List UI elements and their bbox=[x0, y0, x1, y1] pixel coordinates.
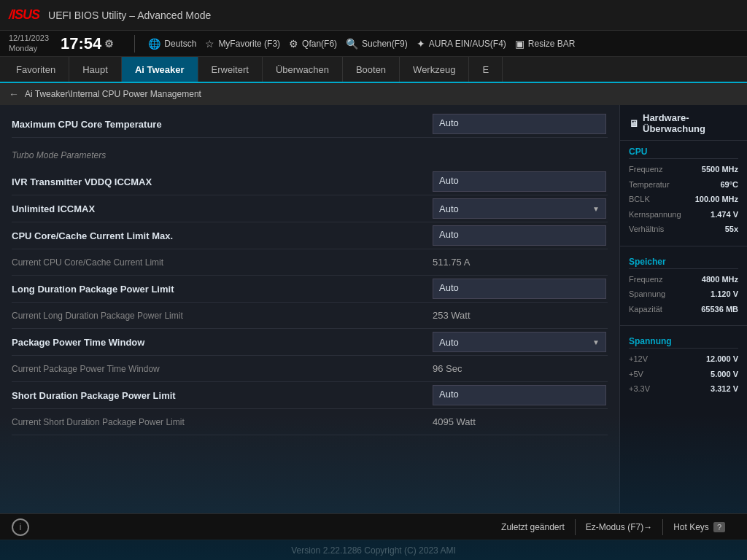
divider-cpu-speicher bbox=[620, 246, 747, 246]
resize-bar-button[interactable]: ▣ Resize BAR bbox=[511, 38, 580, 50]
mem-freq-key: Frequenz bbox=[629, 273, 662, 286]
favorite-icon: ☆ bbox=[205, 38, 214, 50]
cpu-current-limit-input[interactable]: Auto bbox=[433, 225, 606, 246]
cpu-ratio-key: Verhältnis bbox=[629, 223, 664, 236]
back-button[interactable]: ← bbox=[9, 88, 19, 100]
zuletzt-button[interactable]: Zuletzt geändert bbox=[491, 519, 576, 535]
tab-werkzeug[interactable]: Werkzeug bbox=[400, 57, 469, 82]
current-cpu-limit-label: Current CPU Core/Cache Current Limit bbox=[12, 257, 433, 268]
day: Monday bbox=[9, 44, 49, 53]
short-duration-ppl-input[interactable]: Auto bbox=[433, 385, 606, 405]
v12-row: +12V 12.000 V bbox=[629, 353, 738, 365]
resize-icon: ▣ bbox=[515, 38, 525, 50]
unlimited-iccmax-dropdown[interactable]: Auto ▼ bbox=[433, 198, 606, 219]
statusbar: 12/11/2023 Monday 17:54 ⚙ 🌐 Deutsch ☆ My… bbox=[0, 31, 747, 57]
mem-kapazitat-key: Kapazität bbox=[629, 303, 662, 316]
pkg-power-time-value: Auto ▼ bbox=[433, 332, 608, 352]
nav-tabs: Favoriten Haupt Ai Tweaker Erweitert Übe… bbox=[0, 57, 747, 83]
cpu-current-limit-value: Auto bbox=[433, 225, 608, 246]
v12-key: +12V bbox=[629, 353, 648, 365]
time-display: 17:54 ⚙ bbox=[61, 34, 114, 53]
aura-label: AURA EIN/AUS(F4) bbox=[429, 39, 506, 49]
pkg-power-time-dropdown[interactable]: Auto ▼ bbox=[433, 332, 606, 352]
search-button[interactable]: 🔍 Suchen(F9) bbox=[341, 38, 412, 50]
pkg-power-time-selected: Auto bbox=[439, 337, 459, 348]
max-cpu-temp-label: Maximum CPU Core Temperature bbox=[12, 119, 433, 130]
language-selector[interactable]: 🌐 Deutsch bbox=[144, 38, 201, 50]
bios-settings-icon[interactable]: ⚙ bbox=[104, 38, 114, 50]
setting-current-short-duration: Current Short Duration Package Power Lim… bbox=[12, 409, 608, 435]
cpu-bclk-val: 100.00 MHz bbox=[695, 193, 738, 206]
cpu-kern-row: Kernspannung 1.474 V bbox=[629, 209, 738, 221]
setting-unlimited-iccmax: Unlimited ICCMAX Auto ▼ bbox=[12, 195, 608, 222]
chevron-down-icon2: ▼ bbox=[592, 338, 600, 346]
current-long-duration-label: Current Long Duration Package Power Limi… bbox=[12, 311, 433, 321]
setting-current-cpu-limit: Current CPU Core/Cache Current Limit 511… bbox=[12, 249, 608, 276]
mem-freq-row: Frequenz 4800 MHz bbox=[629, 273, 738, 286]
current-pkg-time-label: Current Package Power Time Window bbox=[12, 364, 433, 374]
ivr-vddq-label: IVR Transmitter VDDQ ICCMAX bbox=[12, 176, 433, 187]
aura-icon: ✦ bbox=[417, 38, 425, 50]
date-display: 12/11/2023 Monday bbox=[9, 34, 49, 52]
asus-logo: /ISUS bbox=[9, 7, 39, 23]
v5-key: +5V bbox=[629, 368, 643, 381]
mem-kapazitat-val: 65536 MB bbox=[701, 303, 738, 316]
setting-max-cpu-temp: Maximum CPU Core Temperature Auto bbox=[12, 111, 608, 138]
tab-erweitert[interactable]: Erweitert bbox=[198, 57, 263, 82]
turbo-params-section: Turbo Mode Parameters bbox=[12, 142, 608, 168]
sidebar-title: 🖥 Hardware-Überwachung bbox=[620, 105, 747, 141]
tab-ai-tweaker[interactable]: Ai Tweaker bbox=[122, 57, 198, 82]
v5-row: +5V 5.000 V bbox=[629, 368, 738, 381]
breadcrumb: ← Ai Tweaker\Internal CPU Power Manageme… bbox=[0, 83, 747, 105]
setting-short-duration-ppl: Short Duration Package Power Limit Auto bbox=[12, 382, 608, 409]
tab-extra[interactable]: E bbox=[469, 57, 503, 82]
breadcrumb-path: Ai Tweaker\Internal CPU Power Management bbox=[25, 89, 201, 99]
v12-val: 12.000 V bbox=[706, 353, 738, 365]
setting-ivr-vddq: IVR Transmitter VDDQ ICCMAX Auto bbox=[12, 168, 608, 195]
v33-key: +3.3V bbox=[629, 383, 650, 395]
hot-keys-button[interactable]: Hot Keys ? bbox=[663, 519, 735, 535]
sidebar-spannung-section: Spannung +12V 12.000 V +5V 5.000 V +3.3V… bbox=[620, 330, 747, 401]
sidebar-cpu-section: CPU Frequenz 5500 MHz Temperatur 69°C BC… bbox=[620, 141, 747, 241]
turbo-params-label: Turbo Mode Parameters bbox=[12, 150, 608, 160]
tab-ueberwachen[interactable]: Überwachen bbox=[263, 57, 343, 82]
divider-speicher-spannung bbox=[620, 325, 747, 326]
ivr-vddq-input[interactable]: Auto bbox=[433, 171, 606, 192]
aura-button[interactable]: ✦ AURA EIN/AUS(F4) bbox=[412, 38, 511, 50]
cpu-frequenz-row: Frequenz 5500 MHz bbox=[629, 163, 738, 176]
current-cpu-limit-value: 511.75 A bbox=[433, 257, 608, 268]
footer-buttons: Zuletzt geändert Ez-Modus (F7)→ Hot Keys… bbox=[491, 519, 735, 535]
long-duration-ppl-label: Long Duration Package Power Limit bbox=[12, 284, 433, 295]
mem-freq-val: 4800 MHz bbox=[702, 273, 738, 286]
tab-booten[interactable]: Booten bbox=[343, 57, 400, 82]
tab-favoriten[interactable]: Favoriten bbox=[3, 57, 69, 82]
version-text: Version 2.22.1286 Copyright (C) 2023 AMI bbox=[291, 545, 455, 556]
myfavorite-label: MyFavorite (F3) bbox=[218, 39, 280, 49]
qfan-label: Qfan(F6) bbox=[302, 39, 337, 49]
pkg-power-time-label: Package Power Time Window bbox=[12, 337, 433, 348]
header-title: UEFI BIOS Utility – Advanced Mode bbox=[48, 9, 738, 21]
long-duration-ppl-input[interactable]: Auto bbox=[433, 279, 606, 299]
current-pkg-time-value: 96 Sec bbox=[433, 363, 608, 374]
info-button[interactable]: i bbox=[12, 518, 29, 536]
cpu-frequenz-key: Frequenz bbox=[629, 163, 662, 176]
cpu-kern-val: 1.474 V bbox=[711, 209, 738, 221]
ez-modus-button[interactable]: Ez-Modus (F7)→ bbox=[576, 519, 663, 535]
v33-row: +3.3V 3.312 V bbox=[629, 383, 738, 395]
tab-haupt[interactable]: Haupt bbox=[69, 57, 122, 82]
cpu-section-title: CPU bbox=[629, 147, 738, 159]
max-cpu-temp-value: Auto bbox=[433, 114, 608, 134]
search-icon: 🔍 bbox=[346, 38, 358, 50]
cpu-temp-row: Temperatur 69°C bbox=[629, 179, 738, 191]
qfan-button[interactable]: ⚙ Qfan(F6) bbox=[285, 38, 341, 50]
sidebar-title-text: Hardware-Überwachung bbox=[643, 112, 738, 134]
myfavorite-button[interactable]: ☆ MyFavorite (F3) bbox=[201, 38, 285, 50]
date: 12/11/2023 bbox=[9, 34, 49, 43]
divider bbox=[134, 35, 135, 52]
current-pkg-time-display: 96 Sec bbox=[433, 363, 462, 374]
info-icon-text: i bbox=[20, 521, 22, 532]
max-cpu-temp-input[interactable]: Auto bbox=[433, 114, 606, 134]
v5-val: 5.000 V bbox=[711, 368, 738, 381]
header: /ISUS UEFI BIOS Utility – Advanced Mode bbox=[0, 0, 747, 31]
sidebar: 🖥 Hardware-Überwachung CPU Frequenz 5500… bbox=[619, 105, 747, 513]
